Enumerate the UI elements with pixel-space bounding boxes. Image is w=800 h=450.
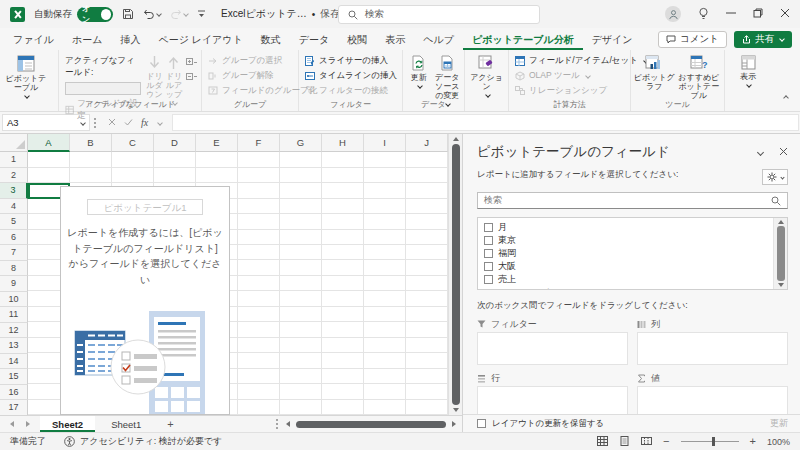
checkbox-fukuoka[interactable]: [484, 249, 493, 258]
zoom-level[interactable]: 100%: [767, 437, 790, 447]
tab-design[interactable]: デザイン: [583, 28, 642, 50]
sheet-nav-left-arrow[interactable]: [10, 421, 14, 427]
restore-button[interactable]: [753, 8, 763, 20]
page-break-preview-icon[interactable]: [641, 436, 652, 448]
tab-help[interactable]: ヘルプ: [414, 28, 463, 50]
defer-layout-checkbox[interactable]: [477, 419, 486, 428]
comments-button[interactable]: コメント: [658, 31, 727, 48]
insert-timeline-button[interactable]: タイムラインの挿入: [301, 69, 401, 82]
accessibility-status[interactable]: アクセシビリティ: 検討が必要です: [64, 435, 222, 448]
formula-input[interactable]: [172, 114, 799, 131]
column-header-B[interactable]: B: [70, 134, 112, 152]
panel-close-icon[interactable]: [779, 147, 788, 158]
zoom-slider[interactable]: [681, 441, 739, 442]
checkbox-sales[interactable]: [484, 275, 493, 284]
sheet-tab-sheet1[interactable]: Sheet1: [99, 416, 153, 432]
save-icon[interactable]: [122, 8, 134, 20]
account-avatar[interactable]: [665, 6, 681, 22]
column-header-D[interactable]: D: [154, 134, 196, 152]
document-title[interactable]: Excelピボットテ…: [221, 7, 307, 21]
row-header-11[interactable]: 11: [0, 307, 28, 323]
row-header-12[interactable]: 12: [0, 323, 28, 339]
drill-up-button[interactable]: ドリルアップ: [164, 52, 184, 105]
change-data-source-button[interactable]: データソースの変更: [433, 52, 462, 106]
insert-slicer-button[interactable]: スライサーの挿入: [301, 54, 392, 67]
ungroup-button[interactable]: グループ解除: [204, 69, 278, 82]
row-header-14[interactable]: 14: [0, 354, 28, 370]
zoom-in-button[interactable]: +: [750, 437, 756, 446]
sheet-nav-right-arrow[interactable]: [26, 421, 30, 427]
row-header-6[interactable]: 6: [0, 230, 28, 246]
row-header-9[interactable]: 9: [0, 276, 28, 292]
field-list-scroll-down[interactable]: [778, 283, 784, 287]
checkbox-month[interactable]: [484, 223, 493, 232]
refresh-button[interactable]: 更新: [405, 52, 433, 88]
field-list-scroll-up[interactable]: [778, 220, 784, 224]
pivottable-button[interactable]: ピボットテーブル: [4, 52, 48, 98]
tools-gear-button[interactable]: [762, 169, 788, 185]
vertical-scrollbar-thumb[interactable]: [452, 144, 460, 405]
filter-connections-button[interactable]: フィルターの接続: [301, 84, 392, 97]
column-header-C[interactable]: C: [112, 134, 154, 152]
relationships-button[interactable]: リレーションシップ: [511, 84, 611, 97]
worksheet-grid[interactable]: ABCDEFGHIJ 1234567891011121314151617 ピボッ…: [0, 134, 448, 415]
column-header-J[interactable]: J: [406, 134, 448, 152]
pivotchart-button[interactable]: ピボットグラフ: [633, 52, 676, 91]
row-header-10[interactable]: 10: [0, 292, 28, 308]
collapse-field-icon[interactable]: [186, 73, 197, 84]
search-box[interactable]: 検索: [338, 5, 540, 24]
tab-home[interactable]: ホーム: [63, 28, 111, 50]
lightbulb-icon[interactable]: [698, 7, 709, 22]
row-header-17[interactable]: 17: [0, 400, 28, 415]
panel-options-chevron-icon[interactable]: [757, 148, 764, 155]
field-list-thumb[interactable]: [777, 226, 785, 281]
checkbox-osaka[interactable]: [484, 262, 493, 271]
row-header-7[interactable]: 7: [0, 245, 28, 261]
drill-down-button[interactable]: ドリルダウン: [145, 52, 164, 99]
sheet-tab-sheet2[interactable]: Sheet2: [40, 416, 95, 432]
row-header-5[interactable]: 5: [0, 214, 28, 230]
column-header-G[interactable]: G: [280, 134, 322, 152]
vertical-scrollbar[interactable]: [448, 134, 462, 415]
field-item-tokyo[interactable]: 東京: [484, 234, 769, 247]
group-selection-button[interactable]: グループの選択: [204, 54, 286, 67]
horizontal-scrollbar[interactable]: [276, 419, 456, 429]
normal-view-icon[interactable]: [597, 436, 608, 448]
filters-dropzone[interactable]: [477, 332, 628, 365]
redo-button[interactable]: [170, 9, 188, 20]
columns-dropzone[interactable]: [637, 332, 788, 365]
minimize-button[interactable]: [726, 8, 736, 20]
row-header-8[interactable]: 8: [0, 261, 28, 277]
row-header-2[interactable]: 2: [0, 168, 28, 184]
page-layout-view-icon[interactable]: [619, 436, 630, 448]
actions-button[interactable]: アクション: [467, 52, 506, 97]
tab-pivottable-analyze[interactable]: ピボットテーブル分析: [463, 28, 583, 50]
tab-page-layout[interactable]: ページ レイアウト: [149, 28, 251, 50]
zoom-slider-thumb[interactable]: [712, 437, 715, 446]
olap-tools-button[interactable]: OLAP ツール: [511, 69, 594, 82]
show-button[interactable]: 表示: [727, 52, 769, 87]
tab-review[interactable]: 校閲: [338, 28, 376, 50]
zoom-out-button[interactable]: −: [663, 437, 669, 446]
excel-logo-icon[interactable]: [10, 7, 25, 22]
toolbar-options-icon[interactable]: [197, 10, 206, 18]
scroll-left-arrow[interactable]: [286, 421, 290, 427]
expand-field-icon[interactable]: [186, 58, 197, 69]
checkbox-tokyo[interactable]: [484, 236, 493, 245]
undo-button[interactable]: [143, 9, 161, 20]
field-item-month[interactable]: 月: [484, 221, 769, 234]
share-button[interactable]: 共有: [734, 31, 792, 48]
scroll-right-arrow[interactable]: [452, 421, 456, 427]
recommended-pivottables-button[interactable]: ? おすすめピボットテーブル: [676, 52, 722, 100]
field-item-fukuoka[interactable]: 福岡: [484, 247, 769, 260]
scroll-up-arrow[interactable]: [453, 137, 459, 141]
column-header-A[interactable]: A: [28, 134, 70, 152]
column-header-H[interactable]: H: [322, 134, 364, 152]
tab-split-handle[interactable]: [276, 419, 278, 429]
fields-search-input[interactable]: 検索: [477, 192, 788, 209]
close-button[interactable]: [780, 8, 790, 20]
column-header-I[interactable]: I: [364, 134, 406, 152]
row-header-16[interactable]: 16: [0, 385, 28, 401]
more-tables-link[interactable]: その他のテーブル: [484, 287, 769, 290]
horizontal-scrollbar-thumb[interactable]: [296, 421, 446, 428]
